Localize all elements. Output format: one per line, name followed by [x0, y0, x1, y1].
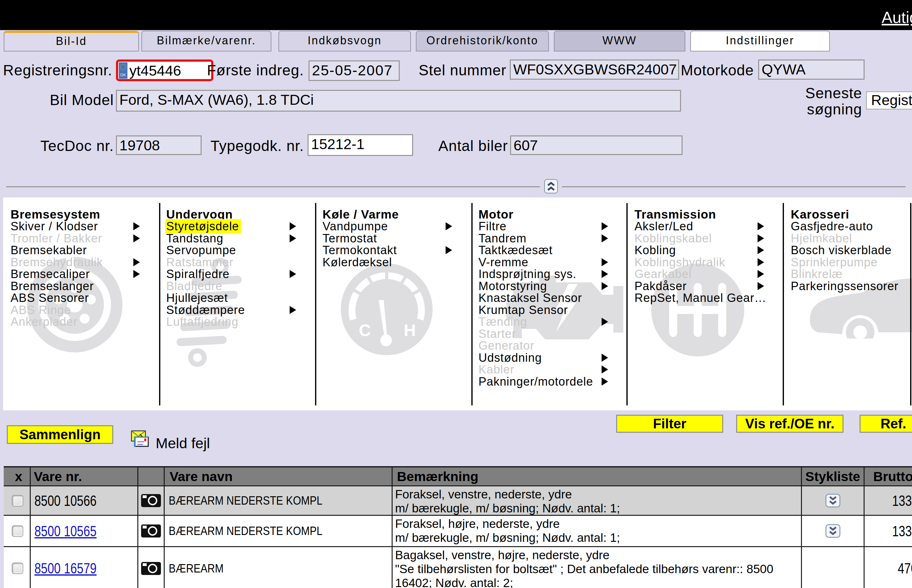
- svg-text:C: C: [359, 321, 371, 339]
- svg-text:DK: DK: [120, 73, 126, 77]
- svg-text:H: H: [404, 321, 416, 339]
